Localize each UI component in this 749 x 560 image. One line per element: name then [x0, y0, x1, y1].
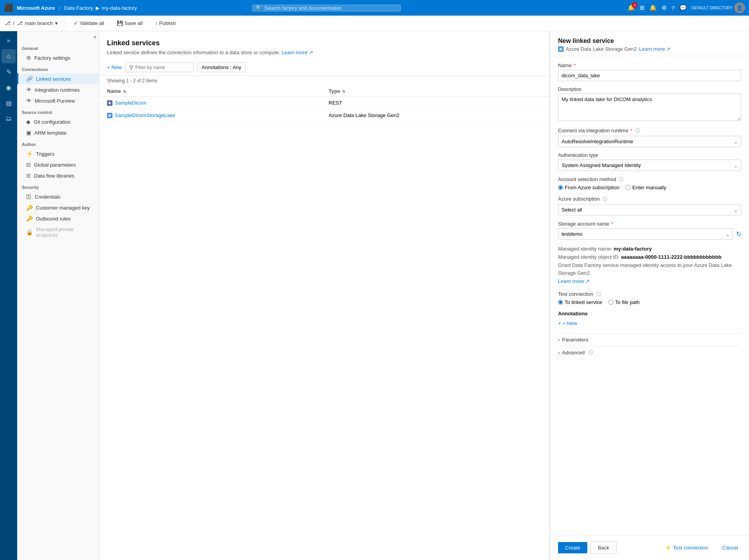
avatar[interactable]: 👤: [734, 2, 745, 13]
radio-to-file-path[interactable]: [608, 300, 613, 305]
cancel-button[interactable]: Cancel: [719, 542, 741, 553]
validate-all-button[interactable]: ✓ Validate all: [71, 19, 107, 28]
linked-service-name-link[interactable]: ▣SampleDicomStorageLake: [107, 112, 313, 118]
managed-identity-id-row: Managed identity object ID: aaaaaaaa-000…: [558, 253, 741, 261]
collapse-btn[interactable]: «: [93, 34, 96, 40]
radio-to-linked-label[interactable]: To linked service: [558, 299, 602, 305]
sort-type-icon[interactable]: ⇅: [342, 89, 345, 94]
plus-icon: +: [107, 64, 110, 70]
advanced-help-icon[interactable]: ⓘ: [588, 349, 593, 356]
feedback-icon[interactable]: 💬: [679, 4, 687, 11]
parameters-section[interactable]: › Parameters: [558, 333, 741, 346]
nav-git-configuration[interactable]: ◆ Git configuration: [17, 116, 99, 127]
nav-data-flow-libraries[interactable]: ⊟ Data flow libraries: [17, 170, 99, 181]
managed-identity-id-label: Managed identity object ID:: [558, 254, 620, 260]
help-icon[interactable]: ?: [671, 5, 674, 11]
storage-account-select[interactable]: testdemo: [558, 228, 733, 240]
linked-service-name-cell: ▣SampleDicom: [99, 97, 321, 109]
branch-chevron[interactable]: ▾: [55, 20, 58, 26]
integration-runtime-select[interactable]: AutoResolveIntegrationRuntime: [558, 136, 741, 147]
sort-name-icon[interactable]: ⇅: [123, 89, 126, 94]
nav-customer-managed-key[interactable]: 🔑 Customer managed key: [17, 202, 99, 213]
left-nav: « General ⚙ Factory settings Connections…: [17, 31, 99, 560]
storage-account-refresh-button[interactable]: ↻: [736, 230, 741, 238]
test-connection-button[interactable]: ⚡ Test connection: [657, 540, 716, 555]
outbound-icon: 🔑: [26, 215, 33, 222]
search-bar[interactable]: 🔍: [252, 5, 401, 11]
storage-account-select-wrapper[interactable]: testdemo: [558, 228, 733, 240]
col-name-header[interactable]: Name ⇅: [99, 86, 321, 97]
filter-icon: ▽: [129, 64, 133, 70]
radio-enter-manually[interactable]: [626, 185, 631, 190]
right-panel-header: New linked service ▣ Azure Data Lake Sto…: [550, 31, 749, 56]
nav-global-parameters[interactable]: ⊟ Global parameters: [17, 159, 99, 170]
breadcrumb-service: Data Factory: [64, 5, 93, 11]
test-connection-group: Test connection ⓘ To linked service To f…: [558, 291, 741, 305]
nav-factory-settings[interactable]: ⚙ Factory settings: [17, 52, 99, 63]
sidebar-manage-btn[interactable]: ▤: [2, 96, 16, 110]
annotations-button[interactable]: Annotations : Any: [198, 62, 246, 72]
breadcrumb-factory[interactable]: my-data-factory: [102, 5, 137, 11]
azure-sub-help-icon[interactable]: ⓘ: [603, 196, 607, 202]
account-selection-help-icon[interactable]: ⓘ: [619, 177, 624, 182]
radio-enter-manually-label[interactable]: Enter manually: [626, 185, 666, 190]
linked-service-type-icon: ▣: [107, 100, 112, 106]
description-input[interactable]: My linked data lake for DICOM analytics: [558, 94, 741, 121]
integration-runtime-help-icon[interactable]: ⓘ: [635, 128, 640, 133]
save-all-button[interactable]: 💾 Save all: [114, 19, 146, 28]
nav-arm-template[interactable]: ▣ ARM template: [17, 127, 99, 138]
nav-linked-services[interactable]: 🔗 Linked services: [17, 73, 99, 84]
user-menu[interactable]: DEFAULT DIRECTORY 👤: [692, 2, 745, 13]
auth-type-select[interactable]: System Assigned Managed Identity: [558, 160, 741, 171]
radio-from-azure-label[interactable]: From Azure subscription: [558, 185, 619, 190]
search-input[interactable]: [264, 5, 397, 11]
nav-credentials[interactable]: ⚿ Credentials: [17, 191, 99, 202]
radio-to-linked-service[interactable]: [558, 300, 563, 305]
name-label: Name *: [558, 62, 741, 68]
sidebar-monitor-btn[interactable]: ◉: [2, 80, 16, 94]
new-linked-service-button[interactable]: + New: [107, 64, 122, 70]
list-toolbar: + New ▽ Annotations : Any: [99, 59, 549, 76]
nav-integration-runtimes[interactable]: 👁 Integration runtimes: [17, 84, 99, 95]
filter-input[interactable]: [136, 65, 190, 70]
mpe-label: Managed private endpoints: [36, 226, 94, 238]
nav-outbound-rules[interactable]: 🔑 Outbound rules: [17, 213, 99, 224]
nav-triggers[interactable]: ⚡ Triggers: [17, 148, 99, 159]
managed-identity-learn-more-link[interactable]: Learn more ↗: [558, 278, 590, 284]
top-bar-sep: |: [59, 5, 60, 11]
auth-type-select-wrapper[interactable]: System Assigned Managed Identity: [558, 160, 741, 171]
sidebar-pencil-btn[interactable]: ✎: [2, 65, 16, 79]
back-button[interactable]: Back: [590, 542, 617, 554]
collapse-nav[interactable]: «: [17, 31, 99, 42]
advanced-section[interactable]: › Advanced ⓘ: [558, 346, 741, 359]
bell-icon[interactable]: 🔔: [649, 4, 657, 11]
branch-name: /: [13, 20, 14, 26]
credentials-icon: ⚿: [26, 194, 32, 200]
notifications-icon[interactable]: 🔔 9: [628, 4, 635, 11]
managed-identity-name-row: Managed identity name: my-data-factory: [558, 245, 741, 253]
test-connection-help-icon[interactable]: ⓘ: [596, 292, 601, 297]
name-input[interactable]: [558, 70, 741, 81]
sidebar-home-btn[interactable]: ⌂: [2, 49, 16, 63]
branch-label[interactable]: main branch: [25, 20, 53, 26]
name-field-group: Name *: [558, 62, 741, 81]
add-annotation-button[interactable]: + + New: [558, 319, 577, 328]
radio-to-file-label[interactable]: To file path: [608, 299, 640, 305]
sidebar-expand-btn[interactable]: »: [2, 34, 16, 48]
create-button[interactable]: Create: [558, 542, 587, 553]
right-panel-learn-more-link[interactable]: Learn more ↗: [639, 46, 671, 52]
nav-microsoft-purview[interactable]: 👁 Microsoft Purview: [17, 95, 99, 106]
integration-runtime-select-wrapper[interactable]: AutoResolveIntegrationRuntime: [558, 136, 741, 147]
filter-input-wrapper[interactable]: ▽: [126, 62, 194, 72]
settings-icon[interactable]: ⚙: [662, 4, 667, 11]
learn-more-link[interactable]: Learn more ↗: [282, 50, 313, 55]
azure-subscription-select[interactable]: Select all: [558, 204, 741, 215]
publish-button[interactable]: ↑ Publish: [152, 19, 179, 28]
radio-from-azure[interactable]: [558, 185, 563, 190]
col-type-header[interactable]: Type ⇅: [321, 86, 549, 97]
grid-icon[interactable]: ⊞: [640, 4, 645, 11]
top-icons: 🔔 9 ⊞ 🔔 ⚙ ? 💬 DEFAULT DIRECTORY 👤: [628, 2, 745, 13]
sidebar-folder-btn[interactable]: 🗂: [2, 112, 16, 126]
azure-subscription-select-wrapper[interactable]: Select all: [558, 204, 741, 215]
linked-service-name-link[interactable]: ▣SampleDicom: [107, 100, 313, 106]
